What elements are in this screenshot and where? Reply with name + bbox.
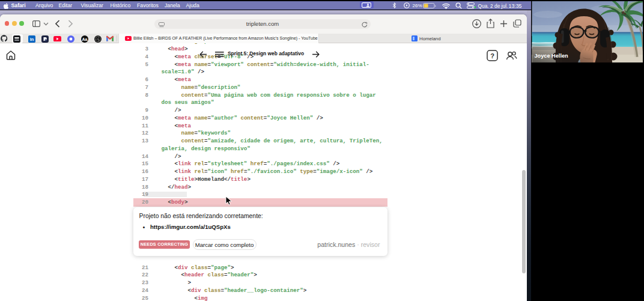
- svg-text:?: ?: [490, 52, 494, 59]
- svg-text:Joyce Hellen: Joyce Hellen: [535, 53, 569, 59]
- svg-text:in: in: [29, 37, 34, 42]
- svg-text:Aa: Aa: [82, 37, 87, 41]
